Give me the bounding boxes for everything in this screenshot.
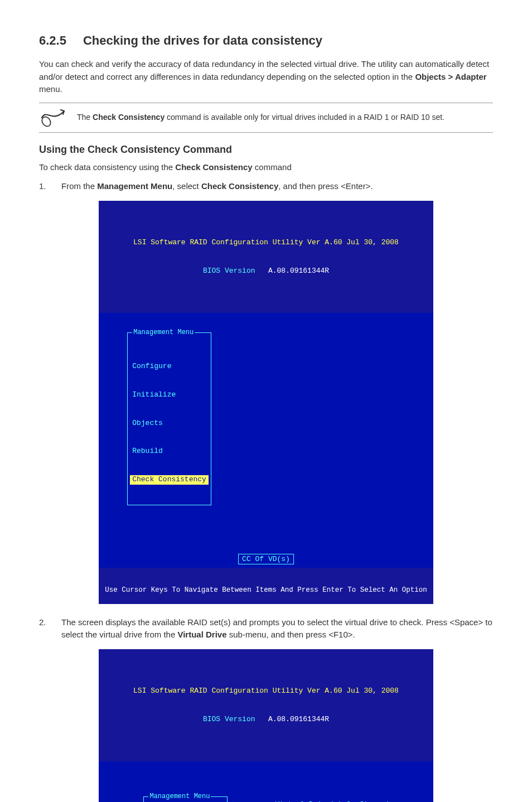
menu-title: Management Menu bbox=[148, 793, 211, 801]
sub-heading: Using the Check Consistency Command bbox=[39, 144, 493, 156]
menu-item-configure[interactable]: Configure bbox=[129, 362, 210, 371]
bios-body: Management Menu Configure Initialize Obj… bbox=[99, 313, 433, 568]
menu-item-check-consistency[interactable]: Check Consistency bbox=[130, 475, 209, 485]
step-text: From the Management Menu, select Check C… bbox=[61, 180, 493, 193]
intro-paragraph: You can check and verify the accuracy of… bbox=[39, 58, 493, 96]
section-title: Checking the drives for data consistency bbox=[83, 33, 322, 48]
menu-item-objects[interactable]: Objects bbox=[129, 419, 210, 428]
note-text: The Check Consistency command is availab… bbox=[77, 112, 444, 123]
action-cc-of-vd[interactable]: CC Of VD(s) bbox=[238, 554, 294, 564]
bios-footer: Use Cursor Keys To Navigate Between Item… bbox=[99, 584, 433, 596]
bios-screenshot-2: LSI Software RAID Configuration Utility … bbox=[99, 649, 433, 802]
bios-header: LSI Software RAID Configuration Utility … bbox=[99, 666, 433, 745]
step-number: 2. bbox=[39, 616, 61, 641]
bios-title: LSI Software RAID Configuration Utility … bbox=[99, 238, 433, 248]
bios-screenshot-1: LSI Software RAID Configuration Utility … bbox=[99, 201, 433, 604]
intro-tail: menu. bbox=[39, 84, 62, 94]
bios-header: LSI Software RAID Configuration Utility … bbox=[99, 218, 433, 296]
bios-title: LSI Software RAID Configuration Utility … bbox=[99, 687, 433, 696]
note-box: The Check Consistency command is availab… bbox=[39, 103, 493, 133]
menu-item-rebuild[interactable]: Rebuild bbox=[129, 447, 210, 456]
intro-bold: Objects > Adapter bbox=[415, 72, 486, 81]
management-menu[interactable]: Management Menu Configure Initialize Obj… bbox=[143, 796, 228, 802]
para2: To check data consistency using the Chec… bbox=[39, 161, 493, 174]
management-menu[interactable]: Management Menu Configure Initialize Obj… bbox=[127, 332, 211, 505]
bios-version-label: BIOS Version bbox=[203, 267, 255, 275]
step-1: 1. From the Management Menu, select Chec… bbox=[39, 180, 493, 193]
bios-version-label: BIOS Version bbox=[203, 715, 255, 723]
note-icon bbox=[39, 107, 67, 129]
step-text: The screen displays the available RAID s… bbox=[61, 616, 493, 641]
step-2: 2. The screen displays the available RAI… bbox=[39, 616, 493, 641]
bios-body: Management Menu Configure Initialize Obj… bbox=[99, 761, 433, 802]
section-number: 6.2.5 bbox=[39, 33, 66, 48]
menu-item-initialize[interactable]: Initialize bbox=[129, 390, 210, 400]
bios-version-value: A.08.09161344R bbox=[268, 715, 329, 723]
step-number: 1. bbox=[39, 180, 61, 193]
section-heading: 6.2.5 Checking the drives for data consi… bbox=[39, 33, 493, 48]
menu-title: Management Menu bbox=[132, 328, 195, 337]
bios-version-value: A.08.09161344R bbox=[268, 267, 329, 275]
